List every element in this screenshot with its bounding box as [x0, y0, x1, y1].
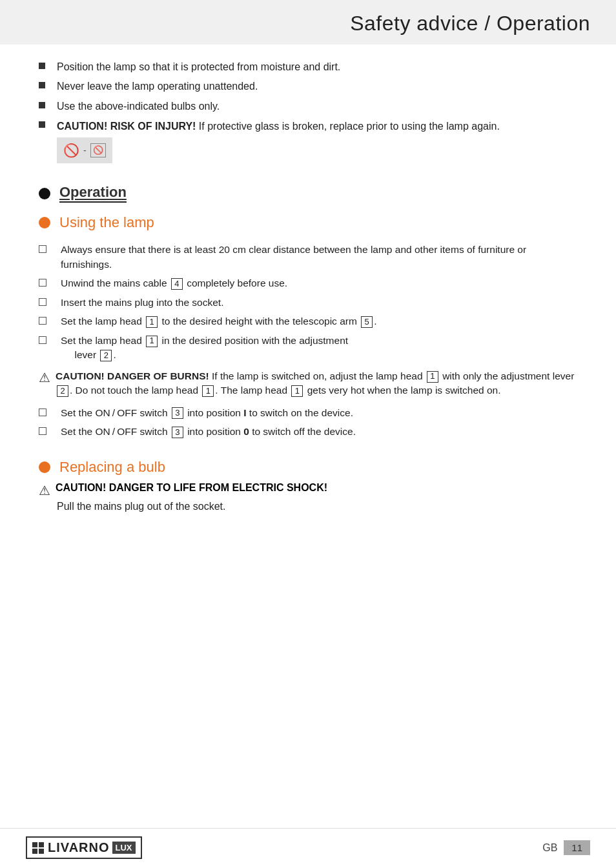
- using-lamp-subheading: Using the lamp: [39, 214, 577, 231]
- op-item-4: Set the lamp head 1 in the desired posit…: [61, 334, 348, 363]
- num-box-1c: 1: [427, 371, 438, 383]
- grid-cell: [32, 849, 37, 854]
- switch-list: Set the ON / OFF switch 3 into position …: [39, 406, 577, 439]
- footer: LIVARNO LUX GB 11: [0, 828, 616, 868]
- open-square-icon: [39, 427, 46, 435]
- open-square-icon: [39, 336, 46, 344]
- op-item-3: Set the lamp head 1 to the desired heigh…: [61, 314, 376, 328]
- replacing-heading: Replacing a bulb: [59, 459, 165, 476]
- shock-block: ⚠ CAUTION! DANGER TO LIFE FROM ELECTRIC …: [39, 482, 577, 512]
- list-item: Never leave the lamp operating unattende…: [39, 79, 577, 94]
- operation-heading: Operation: [59, 184, 127, 203]
- replacing-bulb-subheading: Replacing a bulb: [39, 459, 577, 476]
- separator: -: [83, 145, 87, 157]
- grid-cell: [39, 842, 44, 847]
- using-lamp-heading: Using the lamp: [59, 214, 154, 231]
- logo-livarno-text: LIVARNO: [48, 840, 110, 855]
- list-item: Set the lamp head 1 in the desired posit…: [39, 334, 577, 363]
- logo-box: LIVARNO LUX: [26, 836, 142, 859]
- warning-triangle-icon-2: ⚠: [39, 483, 50, 498]
- grid-cell: [32, 842, 37, 847]
- num-box-1d: 1: [202, 385, 214, 397]
- list-item: Position the lamp so that it is protecte…: [39, 60, 577, 74]
- caution-injury-text: If protective glass is broken, replace p…: [196, 121, 499, 132]
- num-box-3a: 3: [172, 407, 183, 419]
- open-square-icon: [39, 409, 46, 416]
- logo-lux-text: LUX: [112, 842, 136, 854]
- shock-text: Pull the mains plug out of the socket.: [57, 501, 577, 512]
- list-item: Unwind the mains cable 4 completely befo…: [39, 276, 577, 290]
- num-box-4: 4: [171, 278, 183, 290]
- open-square-icon: [39, 245, 46, 253]
- open-square-icon: [39, 279, 46, 287]
- caution-injury-item: CAUTION! RISK OF INJURY! If protective g…: [39, 119, 577, 163]
- bullet-icon: [39, 63, 45, 69]
- num-box-1a: 1: [146, 316, 158, 328]
- num-box-5: 5: [361, 316, 373, 328]
- danger-burns-text: CAUTION! DANGER OF BURNS! If the lamp is…: [56, 369, 577, 398]
- bullet-icon: [39, 82, 45, 88]
- grid-cell: [39, 849, 44, 854]
- list-item: Use the above-indicated bulbs only.: [39, 99, 577, 114]
- page: Safety advice / Operation Position the l…: [0, 0, 616, 868]
- danger-burns-block: ⚠ CAUTION! DANGER OF BURNS! If the lamp …: [39, 369, 577, 398]
- main-content: Position the lamp so that it is protecte…: [0, 45, 616, 534]
- danger-burns-label: CAUTION! DANGER OF BURNS!: [56, 370, 209, 381]
- caution-image-box: 🚫 - 🚫: [57, 137, 112, 163]
- operation-section-heading: Operation: [39, 184, 577, 203]
- list-item: Always ensure that there is at least 20 …: [39, 243, 577, 272]
- shock-heading-row: ⚠ CAUTION! DANGER TO LIFE FROM ELECTRIC …: [39, 482, 577, 498]
- num-box-2b: 2: [57, 385, 68, 397]
- op-item-0: Always ensure that there is at least 20 …: [61, 243, 577, 272]
- page-title: Safety advice / Operation: [26, 12, 590, 35]
- num-box-3b: 3: [172, 427, 183, 438]
- switch-off-text: Set the ON / OFF switch 3 into position …: [61, 425, 356, 439]
- open-square-icon: [39, 298, 46, 306]
- list-item-switch-on: Set the ON / OFF switch 3 into position …: [39, 406, 577, 420]
- page-label: GB: [542, 842, 557, 854]
- broken-glass-icon: 🚫: [63, 141, 79, 159]
- caution-injury-content: CAUTION! RISK OF INJURY! If protective g…: [57, 119, 500, 163]
- operation-list: Always ensure that there is at least 20 …: [39, 243, 577, 362]
- list-item-switch-off: Set the ON / OFF switch 3 into position …: [39, 425, 577, 439]
- circle-bullet-icon: [39, 188, 50, 199]
- position-i: I: [243, 407, 246, 418]
- shock-heading-text: CAUTION! DANGER TO LIFE FROM ELECTRIC SH…: [56, 482, 327, 494]
- list-item: Insert the mains plug into the socket.: [39, 296, 577, 310]
- caution-injury-label: CAUTION! RISK OF INJURY!: [57, 121, 196, 132]
- circle-bullet-orange-icon: [39, 217, 50, 228]
- list-item: Set the lamp head 1 to the desired heigh…: [39, 314, 577, 328]
- bullet-icon: [39, 121, 45, 128]
- header: Safety advice / Operation: [0, 0, 616, 45]
- num-box-1b: 1: [146, 336, 158, 347]
- safety-bullet-list: Position the lamp so that it is protecte…: [39, 60, 577, 163]
- glass-icon: 🚫: [90, 143, 106, 157]
- switch-on-text: Set the ON / OFF switch 3 into position …: [61, 406, 353, 420]
- logo-grid-icon: [32, 842, 44, 854]
- page-number-box: 11: [564, 840, 590, 855]
- num-box-2a: 2: [100, 350, 112, 361]
- bullet-icon: [39, 102, 45, 108]
- shock-heading: CAUTION! DANGER TO LIFE FROM ELECTRIC SH…: [56, 482, 327, 493]
- circle-bullet-orange-icon-2: [39, 461, 50, 473]
- warning-triangle-icon: ⚠: [39, 370, 50, 385]
- open-square-icon: [39, 317, 46, 325]
- position-0: 0: [243, 426, 249, 437]
- num-box-1e: 1: [291, 385, 303, 397]
- op-item-1: Unwind the mains cable 4 completely befo…: [61, 276, 287, 290]
- op-item-2: Insert the mains plug into the socket.: [61, 296, 223, 310]
- page-info: GB 11: [542, 840, 590, 855]
